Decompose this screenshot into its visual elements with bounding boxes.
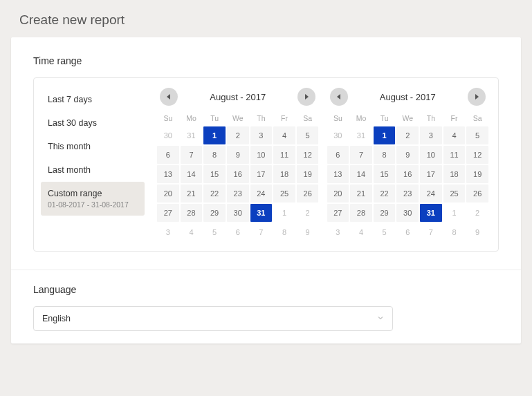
- calendar-day[interactable]: 4: [273, 126, 295, 144]
- calendar-day[interactable]: 4: [443, 126, 466, 144]
- calendar-prev-button[interactable]: [330, 88, 348, 106]
- calendar-prev-button[interactable]: [160, 88, 178, 106]
- preset-last-month[interactable]: Last month: [41, 158, 145, 182]
- calendar-day[interactable]: 14: [350, 165, 372, 183]
- calendar-day[interactable]: 21: [350, 185, 372, 202]
- calendar-day[interactable]: 20: [157, 185, 179, 202]
- calendar-day[interactable]: 28: [350, 204, 372, 222]
- preset-custom-range[interactable]: Custom range 01-08-2017 - 31-08-2017: [41, 182, 145, 216]
- calendar-day[interactable]: 8: [443, 223, 466, 241]
- calendar-day[interactable]: 7: [181, 146, 203, 164]
- calendar-day[interactable]: 20: [327, 185, 349, 202]
- calendar-day[interactable]: 31: [420, 204, 442, 222]
- calendar-day[interactable]: 31: [250, 204, 273, 222]
- calendar-day[interactable]: 11: [273, 146, 295, 164]
- calendar-day[interactable]: 3: [420, 126, 442, 144]
- calendar-day[interactable]: 1: [273, 204, 295, 222]
- preset-this-month[interactable]: This month: [41, 135, 145, 158]
- calendar-day[interactable]: 30: [327, 126, 349, 144]
- calendar-day[interactable]: 7: [350, 146, 372, 164]
- calendar-day[interactable]: 22: [374, 185, 396, 202]
- calendar-day[interactable]: 6: [227, 223, 249, 241]
- calendar-day[interactable]: 26: [466, 185, 488, 202]
- calendar-day[interactable]: 25: [443, 185, 466, 202]
- calendar-day[interactable]: 7: [250, 223, 273, 241]
- calendar-day[interactable]: 18: [273, 165, 295, 183]
- calendar-day[interactable]: 6: [157, 146, 179, 164]
- calendar-day[interactable]: 12: [297, 146, 319, 164]
- calendar-day[interactable]: 28: [181, 204, 203, 222]
- calendar-day[interactable]: 25: [273, 185, 295, 202]
- calendar-day[interactable]: 3: [250, 126, 273, 144]
- calendar-day[interactable]: 7: [420, 223, 442, 241]
- calendar-day[interactable]: 30: [396, 204, 419, 222]
- calendar-day[interactable]: 1: [374, 126, 396, 144]
- calendar-day[interactable]: 9: [297, 223, 319, 241]
- calendar-day[interactable]: 6: [396, 223, 419, 241]
- calendar-day[interactable]: 10: [250, 146, 273, 164]
- calendar-day[interactable]: 8: [374, 146, 396, 164]
- calendar-day[interactable]: 5: [203, 223, 226, 241]
- calendar-day[interactable]: 10: [420, 146, 442, 164]
- calendar-day[interactable]: 18: [443, 165, 466, 183]
- calendar-day[interactable]: 2: [227, 126, 249, 144]
- calendar-day[interactable]: 19: [466, 165, 488, 183]
- calendar-day[interactable]: 11: [443, 146, 466, 164]
- calendar-next-button[interactable]: [468, 88, 486, 106]
- calendar-day[interactable]: 17: [250, 165, 273, 183]
- calendar-day[interactable]: 14: [181, 165, 203, 183]
- calendar-day[interactable]: 8: [203, 146, 226, 164]
- preset-last-7-days[interactable]: Last 7 days: [41, 88, 145, 111]
- calendar-day[interactable]: 19: [297, 165, 319, 183]
- calendar-day[interactable]: 21: [181, 185, 203, 202]
- preset-label: This month: [48, 142, 91, 151]
- calendar-day[interactable]: 13: [327, 165, 349, 183]
- calendar-day[interactable]: 9: [396, 146, 419, 164]
- calendar-next-button[interactable]: [297, 88, 315, 106]
- calendar-day[interactable]: 3: [327, 223, 349, 241]
- calendar-day[interactable]: 2: [396, 126, 419, 144]
- calendar-day[interactable]: 3: [157, 223, 179, 241]
- calendar-day[interactable]: 22: [203, 185, 226, 202]
- calendar-day[interactable]: 24: [250, 185, 273, 202]
- language-select[interactable]: English: [33, 306, 393, 331]
- calendar-day[interactable]: 27: [327, 204, 349, 222]
- svg-marker-0: [167, 94, 170, 100]
- calendar-day[interactable]: 5: [466, 126, 488, 144]
- calendar-day[interactable]: 13: [157, 165, 179, 183]
- calendar-day[interactable]: 2: [466, 204, 488, 222]
- calendar-day[interactable]: 30: [157, 126, 179, 144]
- calendar-day[interactable]: 31: [181, 126, 203, 144]
- calendar-day[interactable]: 17: [420, 165, 442, 183]
- calendar-day[interactable]: 24: [420, 185, 442, 202]
- calendar-day[interactable]: 5: [297, 126, 319, 144]
- calendar-day[interactable]: 12: [466, 146, 488, 164]
- calendar-dow: Mo: [181, 111, 203, 125]
- calendar-day[interactable]: 15: [203, 165, 226, 183]
- time-range-box: Last 7 days Last 30 days This month Last…: [33, 77, 499, 252]
- calendar-day[interactable]: 8: [273, 223, 295, 241]
- calendar-day[interactable]: 6: [327, 146, 349, 164]
- calendar-day[interactable]: 16: [227, 165, 249, 183]
- calendar-day[interactable]: 15: [374, 165, 396, 183]
- calendar-day[interactable]: 29: [203, 204, 226, 222]
- calendar-day[interactable]: 9: [227, 146, 249, 164]
- calendar-dow: We: [396, 111, 419, 125]
- calendar-day[interactable]: 4: [350, 223, 372, 241]
- calendar-day[interactable]: 31: [350, 126, 372, 144]
- calendar-day[interactable]: 27: [157, 204, 179, 222]
- calendar-day[interactable]: 5: [374, 223, 396, 241]
- calendar-day[interactable]: 29: [374, 204, 396, 222]
- calendar-day[interactable]: 1: [203, 126, 226, 144]
- preset-last-30-days[interactable]: Last 30 days: [41, 111, 145, 135]
- calendar-day[interactable]: 23: [396, 185, 419, 202]
- calendar-day[interactable]: 30: [227, 204, 249, 222]
- calendar-day[interactable]: 1: [443, 204, 466, 222]
- calendar-day[interactable]: 16: [396, 165, 419, 183]
- calendar-day[interactable]: 2: [297, 204, 319, 222]
- calendar-day[interactable]: 9: [466, 223, 488, 241]
- calendar-day[interactable]: 26: [297, 185, 319, 202]
- calendar-day[interactable]: 23: [227, 185, 249, 202]
- calendar-start: August - 2017SuMoTuWeThFrSa3031123456789…: [157, 88, 319, 241]
- calendar-day[interactable]: 4: [181, 223, 203, 241]
